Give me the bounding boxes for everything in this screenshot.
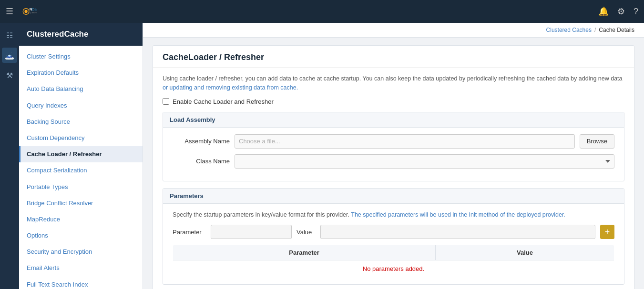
- parameter-label: Parameter: [173, 229, 206, 236]
- panel-title: CacheLoader / Refresher: [153, 46, 634, 68]
- breadcrumb-cache-details: Cache Details: [599, 27, 634, 33]
- hamburger-icon[interactable]: ☰: [6, 6, 13, 17]
- nav-item-query-indexes[interactable]: Query Indexes: [19, 98, 143, 114]
- class-name-select[interactable]: [235, 154, 614, 169]
- breadcrumb-bar: Clustered Caches / Cache Details: [143, 23, 644, 38]
- param-description: Specify the startup parameters in key/va…: [173, 210, 614, 219]
- value-input[interactable]: [320, 225, 595, 239]
- nav-item-mapreduce[interactable]: MapReduce: [19, 211, 143, 228]
- content-area: CacheLoader / Refresher Using cache load…: [143, 38, 644, 289]
- ncache-logo: N Cache by Alachisoft: [20, 3, 37, 20]
- nav-item-cache-loader-/-refresher[interactable]: Cache Loader / Refresher: [19, 146, 143, 162]
- sidebar-tools-btn[interactable]: ⚒: [2, 68, 17, 83]
- svg-text:Cache: Cache: [31, 7, 37, 11]
- settings-icon[interactable]: ⚙: [617, 6, 625, 17]
- load-assembly-section: Load Assembly Assembly Name Browse Class…: [163, 112, 624, 181]
- top-nav: ☰ N Cache by Alachisoft 🔔 ⚙ ?: [0, 0, 644, 23]
- desc-highlight1: or updating and removing existing data f…: [163, 84, 298, 91]
- nav-item-security-and-encryption[interactable]: Security and Encryption: [19, 244, 143, 260]
- top-nav-actions: 🔔 ⚙ ?: [598, 6, 638, 17]
- nav-item-auto-data-balancing[interactable]: Auto Data Balancing: [19, 81, 143, 97]
- param-col-header: Parameter: [173, 245, 436, 260]
- nav-item-expiration-defaults[interactable]: Expiration Defaults: [19, 65, 143, 81]
- enable-cache-loader-label[interactable]: Enable Cache Loader and Refresher: [173, 98, 274, 105]
- param-table: Parameter Value No parameters added.: [173, 245, 614, 278]
- param-table-header-row: Parameter Value: [173, 245, 614, 260]
- browse-button[interactable]: Browse: [580, 134, 614, 149]
- parameters-header: Parameters: [163, 189, 624, 204]
- parameters-section: Parameters Specify the startup parameter…: [163, 188, 624, 285]
- enable-checkbox-row: Enable Cache Loader and Refresher: [163, 98, 624, 105]
- svg-point-1: [24, 10, 27, 13]
- no-params-message: No parameters added.: [173, 260, 614, 278]
- breadcrumb-separator: /: [594, 27, 596, 33]
- desc-part1: Using cache loader / refresher, you can …: [163, 75, 623, 82]
- nav-item-full-text-search-index[interactable]: Full Text Search Index: [19, 277, 143, 289]
- class-name-label: Class Name: [173, 158, 230, 165]
- sidebar-servers-btn[interactable]: ☷: [2, 28, 17, 43]
- param-desc-part1: Specify the startup parameters in key/va…: [173, 211, 351, 218]
- assembly-name-row: Assembly Name Browse: [173, 134, 614, 149]
- panel-body: Using cache loader / refresher, you can …: [153, 68, 634, 289]
- nav-item-backing-source[interactable]: Backing Source: [19, 114, 143, 130]
- param-table-header: Parameter Value: [173, 245, 614, 260]
- nav-item-email-alerts[interactable]: Email Alerts: [19, 260, 143, 276]
- logo: N Cache by Alachisoft: [20, 3, 37, 20]
- param-desc-highlight1: The specified parameters will be used in…: [351, 211, 565, 218]
- icon-sidebar: ☷ 🗻 ⚒: [0, 23, 19, 289]
- load-assembly-header: Load Assembly: [163, 112, 624, 128]
- sidebar-monitor-btn[interactable]: 🗻: [2, 48, 17, 63]
- help-icon[interactable]: ?: [634, 7, 638, 17]
- nav-item-compact-serialization[interactable]: Compact Serialization: [19, 162, 143, 179]
- parameter-input[interactable]: [211, 225, 292, 239]
- add-param-button[interactable]: +: [600, 225, 614, 239]
- main-panel: CacheLoader / Refresher Using cache load…: [153, 45, 634, 289]
- nav-item-options[interactable]: Options: [19, 228, 143, 244]
- main-content: Clustered Caches / Cache Details CacheLo…: [143, 23, 644, 289]
- value-label: Value: [296, 229, 316, 236]
- main-layout: ☷ 🗻 ⚒ ClusteredCache Cluster SettingsExp…: [0, 23, 644, 289]
- notifications-icon[interactable]: 🔔: [598, 6, 609, 17]
- enable-cache-loader-checkbox[interactable]: [163, 98, 169, 105]
- left-nav: ClusteredCache Cluster SettingsExpiratio…: [19, 23, 143, 289]
- parameters-body: Specify the startup parameters in key/va…: [163, 204, 624, 285]
- nav-item-bridge-conflict-resolver[interactable]: Bridge Conflict Resolver: [19, 195, 143, 211]
- assembly-name-label: Assembly Name: [173, 138, 230, 145]
- nav-item-cluster-settings[interactable]: Cluster Settings: [19, 49, 143, 65]
- param-table-body: No parameters added.: [173, 260, 614, 278]
- assembly-name-input[interactable]: [235, 134, 575, 149]
- param-input-row: Parameter Value +: [173, 225, 614, 239]
- no-params-row: No parameters added.: [173, 260, 614, 278]
- nav-item-custom-dependency[interactable]: Custom Dependency: [19, 130, 143, 146]
- left-nav-title: ClusteredCache: [19, 23, 143, 46]
- svg-text:by Alachisoft: by Alachisoft: [30, 12, 37, 14]
- load-assembly-body: Assembly Name Browse Class Name: [163, 128, 624, 181]
- breadcrumb-clustered-caches[interactable]: Clustered Caches: [546, 27, 592, 33]
- value-col-header: Value: [436, 245, 614, 260]
- class-name-row: Class Name: [173, 154, 614, 169]
- nav-item-portable-types[interactable]: Portable Types: [19, 179, 143, 195]
- left-nav-items: Cluster SettingsExpiration DefaultsAuto …: [19, 46, 143, 289]
- panel-description: Using cache loader / refresher, you can …: [163, 74, 624, 92]
